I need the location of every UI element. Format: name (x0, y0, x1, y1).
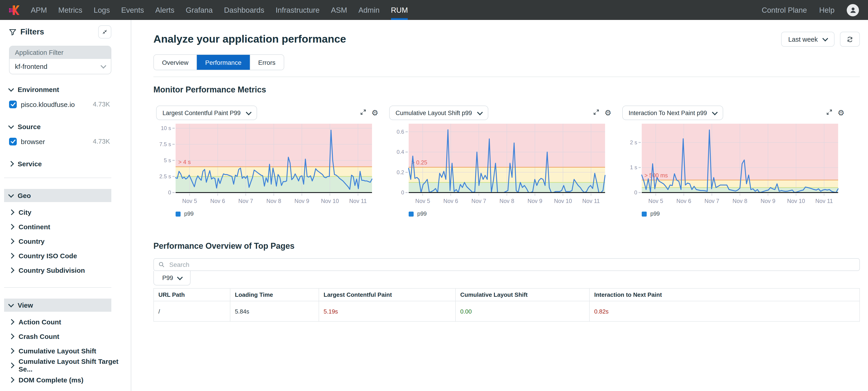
legend-label: p99 (417, 211, 427, 217)
filter-item-label: browser (21, 138, 45, 145)
nav-item-admin[interactable]: Admin (359, 0, 380, 20)
chart-legend: p99 (153, 211, 378, 217)
chevron-right-icon (8, 161, 14, 167)
nav-item-grafana[interactable]: Grafana (186, 0, 213, 20)
svg-text:Nov 7: Nov 7 (471, 198, 486, 204)
sidebar-item-label: Cumulative Layout Shift (19, 347, 96, 355)
chart-header: Interaction To Next Paint p99⚙ (620, 106, 844, 120)
sidebar-section-view[interactable]: View (4, 299, 111, 312)
tab-performance[interactable]: Performance (197, 55, 250, 70)
top-pages-title: Performance Overview of Top Pages (153, 242, 860, 251)
nav-item-events[interactable]: Events (121, 0, 144, 20)
refresh-button[interactable] (840, 32, 860, 47)
percentile-label: P99 (162, 275, 173, 281)
sidebar-section-environment[interactable]: Environment (0, 86, 131, 93)
svg-text:0: 0 (634, 189, 637, 196)
metric-selector-label: Cumulative Layout Shift p99 (396, 109, 472, 116)
tab-overview[interactable]: Overview (154, 55, 197, 70)
nav-item-control-plane[interactable]: Control Plane (762, 0, 807, 20)
sidebar-item-continent[interactable]: Continent (9, 219, 131, 234)
legend-swatch[interactable] (176, 212, 181, 216)
sidebar-section-source[interactable]: Source (0, 123, 131, 131)
metric-selector-largest-contentful-paint-p99[interactable]: Largest Contentful Paint P99 (156, 106, 257, 120)
metric-cell-interaction-to-next-paint: 0.82s (589, 301, 860, 322)
chart-plot-interaction-to-next-paint-p99: Nov 5Nov 6Nov 7Nov 8Nov 9Nov 10Nov 1101 … (620, 121, 844, 208)
chevron-right-icon (9, 333, 14, 339)
expand-icon[interactable] (593, 109, 600, 117)
gear-icon[interactable]: ⚙ (838, 109, 845, 117)
chevron-down-icon (8, 86, 14, 91)
top-nav: APMMetricsLogsEventsAlertsGrafanaDashboa… (0, 0, 868, 20)
user-avatar[interactable] (847, 4, 859, 16)
gear-icon[interactable]: ⚙ (372, 109, 378, 117)
top-pages-section: Performance Overview of Top Pages P99 UR… (153, 242, 860, 322)
nav-item-apm[interactable]: APM (31, 0, 47, 20)
top-pages-table: URL PathLoading TimeLargest Contentful P… (153, 288, 860, 322)
collapse-filters-button[interactable] (98, 25, 111, 38)
legend-swatch[interactable] (409, 212, 414, 216)
expand-icon[interactable] (826, 109, 833, 117)
nav-item-logs[interactable]: Logs (94, 0, 110, 20)
chevron-down-icon (100, 63, 106, 68)
svg-text:Nov 10: Nov 10 (787, 198, 805, 204)
column-header-largest-contentful-paint[interactable]: Largest Contentful Paint (319, 288, 456, 301)
checkbox-checked-icon[interactable] (9, 100, 17, 108)
chart-actions: ⚙ (593, 109, 612, 117)
svg-text:Nov 11: Nov 11 (582, 198, 600, 204)
nav-item-metrics[interactable]: Metrics (58, 0, 82, 20)
column-header-loading-time[interactable]: Loading Time (230, 288, 319, 301)
metric-selector-cumulative-layout-shift-p99[interactable]: Cumulative Layout Shift p99 (389, 106, 488, 120)
sidebar-item-country-iso-code[interactable]: Country ISO Code (9, 248, 131, 263)
svg-text:Nov 8: Nov 8 (266, 198, 281, 204)
legend-swatch[interactable] (642, 212, 647, 216)
chevron-down-icon (477, 109, 483, 115)
sidebar-item-label: DOM Complete (ms) (19, 376, 84, 384)
chevron-down-icon (822, 35, 828, 41)
nav-item-rum[interactable]: RUM (391, 0, 408, 20)
sidebar-item-dom-content-loaded-ms[interactable]: DOM Content Loaded (ms) (9, 387, 131, 391)
sidebar-section-label: Environment (18, 86, 59, 93)
time-range-select[interactable]: Last week (781, 32, 835, 47)
metric-selector-interaction-to-next-paint-p99[interactable]: Interaction To Next Paint p99 (622, 106, 723, 120)
chevron-down-icon (177, 274, 182, 280)
column-header-url-path[interactable]: URL Path (154, 288, 230, 301)
nav-item-alerts[interactable]: Alerts (155, 0, 174, 20)
filter-item-pisco-kloudfuse-io[interactable]: pisco.kloudfuse.io4.73K (9, 97, 110, 111)
application-filter-select[interactable]: Application Filter kf-frontend (9, 46, 111, 74)
sidebar-links-view: Action CountCrash CountCumulative Layout… (0, 314, 131, 391)
chart-plot-cumulative-layout-shift-p99: Nov 5Nov 6Nov 7Nov 8Nov 9Nov 10Nov 1100.… (386, 121, 611, 208)
filter-item-count: 4.73K (93, 101, 110, 108)
search-input[interactable] (168, 260, 855, 269)
svg-text:Nov 9: Nov 9 (527, 198, 542, 204)
sidebar-item-country-subdivision[interactable]: Country Subdivision (9, 263, 131, 277)
sidebar-item-crash-count[interactable]: Crash Count (9, 329, 131, 343)
nav-item-infrastructure[interactable]: Infrastructure (276, 0, 319, 20)
kloudfuse-logo-icon[interactable] (9, 4, 20, 16)
sidebar-item-action-count[interactable]: Action Count (9, 314, 131, 329)
nav-item-dashboards[interactable]: Dashboards (224, 0, 264, 20)
svg-text:Nov 11: Nov 11 (815, 198, 833, 204)
sidebar-section-service[interactable]: Service (0, 160, 131, 168)
sidebar-section-geo[interactable]: Geo (4, 189, 111, 202)
svg-text:Nov 9: Nov 9 (761, 198, 775, 204)
svg-text:Nov 5: Nov 5 (648, 198, 663, 204)
expand-icon[interactable] (360, 109, 367, 117)
percentile-select[interactable]: P99 (153, 271, 190, 285)
gear-icon[interactable]: ⚙ (604, 109, 612, 117)
sidebar-item-cumulative-layout-shift-target-se[interactable]: Cumulative Layout Shift Target Se... (9, 358, 131, 372)
filter-item-browser[interactable]: browser4.73K (9, 134, 110, 149)
column-header-cumulative-layout-shift[interactable]: Cumulative Layout Shift (456, 288, 589, 301)
nav-item-help[interactable]: Help (819, 0, 835, 20)
tab-errors[interactable]: Errors (250, 55, 283, 70)
chart-actions: ⚙ (826, 109, 845, 117)
column-header-interaction-to-next-paint[interactable]: Interaction to Next Paint (589, 288, 860, 301)
checkbox-checked-icon[interactable] (9, 138, 17, 145)
sidebar-item-country[interactable]: Country (9, 234, 131, 248)
sidebar-item-cumulative-layout-shift[interactable]: Cumulative Layout Shift (9, 343, 131, 358)
url-path-cell[interactable]: / (154, 301, 230, 322)
sidebar-item-dom-complete-ms[interactable]: DOM Complete (ms) (9, 372, 131, 387)
chevron-down-icon (8, 302, 14, 307)
nav-item-asm[interactable]: ASM (331, 0, 347, 20)
sidebar-item-city[interactable]: City (9, 205, 131, 219)
table-row: /5.84s5.19s0.000.82s (154, 301, 860, 322)
